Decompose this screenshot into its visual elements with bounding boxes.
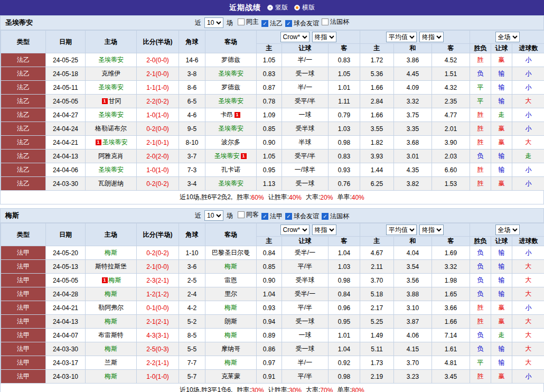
avg-draw-odds-cell: 3.01 bbox=[394, 150, 432, 163]
team-name[interactable]: 斯特拉斯堡 bbox=[95, 263, 127, 270]
team-name[interactable]: 梅斯 bbox=[105, 318, 117, 325]
avg-draw-odds-cell: 3.86 bbox=[394, 53, 432, 67]
team-name[interactable]: 雷恩 bbox=[224, 276, 237, 284]
team-name[interactable]: 圣埃蒂安 bbox=[218, 97, 243, 105]
team-name[interactable]: 梅斯 bbox=[105, 345, 117, 352]
score-cell: 2-3(2-1) bbox=[137, 274, 179, 287]
asia-away-odds-cell: 1.01 bbox=[329, 81, 360, 95]
filter-checkbox-法国杯[interactable]: 法国杯 bbox=[322, 17, 349, 26]
checkbox-unchecked-icon[interactable] bbox=[238, 211, 245, 218]
team-name[interactable]: 瓦朗谢纳 bbox=[98, 180, 124, 187]
team-cell: 摩纳哥 bbox=[205, 342, 257, 356]
team-name[interactable]: 圣埃蒂安 bbox=[98, 111, 124, 118]
col-result: 胜负 bbox=[470, 44, 491, 53]
col-corner: 角球 bbox=[179, 31, 205, 53]
team-name[interactable]: 甘冈 bbox=[109, 97, 121, 105]
team-name[interactable]: 圣埃蒂安 bbox=[98, 166, 124, 173]
team-name[interactable]: 里尔 bbox=[224, 290, 237, 297]
match-row: 法乙24-04-211圣埃蒂安2-1(0-1)8-10波尔多0.90半球0.98… bbox=[1, 136, 544, 150]
final-odds-select-2[interactable]: 终指 bbox=[419, 225, 444, 235]
team-name[interactable]: 圣埃蒂安 bbox=[218, 180, 243, 187]
filter-checkbox-球会友谊[interactable]: ✓球会友谊 bbox=[285, 19, 319, 28]
team-name[interactable]: 克莱蒙 bbox=[221, 372, 240, 380]
match-count-select[interactable]: 10 bbox=[204, 210, 223, 221]
team-name[interactable]: 阿雅克肖 bbox=[98, 152, 124, 160]
col-date: 日期 bbox=[46, 223, 86, 246]
average-select[interactable]: 平均值 bbox=[386, 32, 417, 42]
avg-away-odds-cell: 4.81 bbox=[432, 356, 470, 370]
filter-checkbox-同客[interactable]: 同客 bbox=[238, 210, 259, 219]
final-odds-select[interactable]: 终指 bbox=[312, 225, 336, 235]
asia-home-odds-cell: 0.86 bbox=[257, 342, 282, 356]
checkbox-checked-icon[interactable]: ✓ bbox=[261, 20, 268, 27]
date-cell: 24-04-07 bbox=[46, 329, 86, 342]
bookmaker-select[interactable]: Crow* bbox=[280, 225, 309, 235]
team-name[interactable]: 克维伊 bbox=[101, 70, 120, 77]
date-cell: 24-04-21 bbox=[46, 301, 86, 315]
match-row: 法甲24-04-13梅斯2-1(2-1)5-2朗斯0.94受一球0.955.25… bbox=[1, 315, 544, 329]
team-name[interactable]: 梅斯 bbox=[224, 359, 237, 366]
handicap-result-cell: 赢 bbox=[491, 177, 512, 191]
avg-home-odds-cell: 6.25 bbox=[360, 177, 394, 191]
final-odds-select-2[interactable]: 终指 bbox=[419, 32, 444, 42]
checkbox-checked-icon[interactable]: ✓ bbox=[322, 213, 329, 220]
filter-checkbox-法国杯[interactable]: ✓法国杯 bbox=[322, 212, 349, 221]
team-name[interactable]: 摩纳哥 bbox=[221, 345, 240, 352]
team-name[interactable]: 梅斯 bbox=[105, 372, 117, 380]
team-name[interactable]: 格勒诺布尔 bbox=[95, 125, 127, 132]
bookmaker-select[interactable]: Crow* bbox=[280, 32, 309, 42]
handicap-cell: 受平/半 bbox=[282, 150, 329, 163]
average-select[interactable]: 平均值 bbox=[386, 225, 417, 235]
radio-vertical-icon[interactable] bbox=[267, 5, 273, 11]
summary-prefix: 近10场,胜3平1负6, bbox=[180, 386, 232, 392]
team-name[interactable]: 罗德兹 bbox=[221, 56, 240, 63]
team-name[interactable]: 梅斯 bbox=[224, 304, 237, 311]
team-name[interactable]: 梅斯 bbox=[105, 249, 117, 256]
team-name[interactable]: 卡昂 bbox=[221, 111, 233, 118]
team-name[interactable]: 梅斯 bbox=[224, 331, 237, 339]
team-name[interactable]: 圣埃蒂安 bbox=[218, 125, 243, 132]
layout-radio-vertical[interactable]: 竖版 bbox=[267, 3, 288, 12]
team-name[interactable]: 勒阿弗尔 bbox=[98, 304, 124, 311]
team-name[interactable]: 朗斯 bbox=[224, 318, 237, 325]
checkbox-unchecked-icon[interactable] bbox=[238, 18, 245, 25]
filter-checkbox-同主[interactable]: 同主 bbox=[238, 17, 259, 26]
avg-home-odds-cell: 1.82 bbox=[360, 136, 394, 150]
team-name[interactable]: 圣埃蒂安 bbox=[98, 56, 124, 63]
avg-away-odds-cell: 1.69 bbox=[432, 246, 470, 260]
league-cell: 法乙 bbox=[1, 136, 46, 150]
team-cell: 1梅斯 bbox=[86, 274, 137, 287]
team-name[interactable]: 布雷斯特 bbox=[98, 331, 124, 339]
checkbox-unchecked-icon[interactable] bbox=[322, 18, 329, 25]
radio-horizontal-icon[interactable] bbox=[294, 5, 300, 11]
fulltime-select[interactable]: 全场 bbox=[495, 32, 520, 42]
checkbox-checked-icon[interactable]: ✓ bbox=[261, 213, 268, 220]
filter-checkbox-球会友谊[interactable]: ✓球会友谊 bbox=[285, 212, 319, 221]
summary-stat-label: 大率: bbox=[306, 386, 320, 392]
team-name[interactable]: 梅斯 bbox=[224, 263, 237, 270]
fulltime-select[interactable]: 全场 bbox=[495, 225, 520, 235]
team-name[interactable]: 兰斯 bbox=[105, 359, 117, 366]
layout-radio-horizontal[interactable]: 横版 bbox=[294, 3, 315, 12]
team-name[interactable]: 梅斯 bbox=[105, 290, 117, 297]
league-cell: 法乙 bbox=[1, 177, 46, 191]
match-count-select[interactable]: 10 bbox=[204, 17, 223, 28]
checkbox-checked-icon[interactable]: ✓ bbox=[285, 213, 292, 220]
result-cell: 胜 bbox=[470, 301, 491, 315]
team-name[interactable]: 梅斯 bbox=[109, 276, 121, 284]
final-odds-select[interactable]: 终指 bbox=[312, 32, 336, 42]
checkbox-checked-icon[interactable]: ✓ bbox=[285, 20, 292, 27]
team-name[interactable]: 圣埃蒂安 bbox=[102, 138, 128, 146]
team-name[interactable]: 罗德兹 bbox=[221, 83, 240, 91]
filter-checkbox-法乙[interactable]: ✓法乙 bbox=[261, 19, 283, 28]
team-name[interactable]: 圣埃蒂安 bbox=[218, 70, 243, 77]
team-name[interactable]: 圣埃蒂安 bbox=[214, 152, 240, 160]
team-name[interactable]: 巴黎圣日尔曼 bbox=[212, 249, 250, 256]
col-avg-home: 主 bbox=[360, 237, 394, 246]
team-name[interactable]: 孔卡诺 bbox=[221, 166, 240, 173]
team-name[interactable]: 波尔多 bbox=[221, 138, 240, 146]
goals-result-cell: 大 bbox=[512, 136, 544, 150]
team-name[interactable]: 圣埃蒂安 bbox=[98, 83, 124, 91]
date-cell: 24-05-18 bbox=[46, 67, 86, 81]
filter-checkbox-法甲[interactable]: ✓法甲 bbox=[261, 212, 283, 221]
